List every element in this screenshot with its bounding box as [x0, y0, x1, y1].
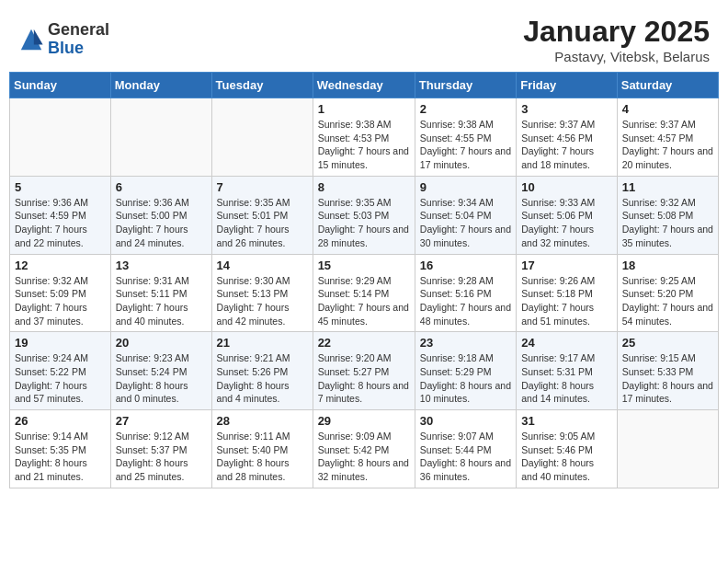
day-number: 21 — [217, 336, 308, 350]
day-info: Sunrise: 9:31 AM Sunset: 5:11 PM Dayligh… — [116, 274, 207, 328]
day-number: 10 — [521, 180, 612, 194]
day-number: 13 — [116, 259, 207, 272]
calendar-cell: 31Sunrise: 9:05 AM Sunset: 5:46 PM Dayli… — [517, 410, 618, 488]
day-number: 2 — [420, 102, 511, 116]
calendar-cell: 27Sunrise: 9:12 AM Sunset: 5:37 PM Dayli… — [110, 410, 211, 488]
day-info: Sunrise: 9:15 AM Sunset: 5:33 PM Dayligh… — [622, 351, 713, 406]
weekday-thursday: Thursday — [415, 73, 516, 98]
day-number: 14 — [217, 259, 308, 272]
day-number: 25 — [622, 336, 713, 350]
day-info: Sunrise: 9:14 AM Sunset: 5:35 PM Dayligh… — [15, 430, 106, 484]
day-info: Sunrise: 9:25 AM Sunset: 5:20 PM Dayligh… — [622, 274, 713, 328]
calendar-cell: 26Sunrise: 9:14 AM Sunset: 5:35 PM Dayli… — [10, 410, 111, 488]
day-number: 8 — [318, 180, 410, 194]
day-info: Sunrise: 9:35 AM Sunset: 5:01 PM Dayligh… — [217, 196, 308, 250]
calendar-body: 1Sunrise: 9:38 AM Sunset: 4:53 PM Daylig… — [10, 98, 719, 488]
day-info: Sunrise: 9:35 AM Sunset: 5:03 PM Dayligh… — [318, 196, 410, 250]
calendar-cell: 6Sunrise: 9:36 AM Sunset: 5:00 PM Daylig… — [110, 176, 211, 254]
day-info: Sunrise: 9:24 AM Sunset: 5:22 PM Dayligh… — [15, 351, 106, 406]
weekday-friday: Friday — [517, 73, 618, 98]
day-info: Sunrise: 9:26 AM Sunset: 5:18 PM Dayligh… — [521, 274, 612, 328]
day-number: 4 — [622, 102, 713, 116]
day-number: 26 — [15, 414, 106, 428]
calendar-cell: 21Sunrise: 9:21 AM Sunset: 5:26 PM Dayli… — [211, 332, 313, 410]
week-row-1: 1Sunrise: 9:38 AM Sunset: 4:53 PM Daylig… — [10, 98, 719, 177]
calendar-cell: 20Sunrise: 9:23 AM Sunset: 5:24 PM Dayli… — [110, 332, 211, 410]
day-info: Sunrise: 9:11 AM Sunset: 5:40 PM Dayligh… — [217, 430, 308, 484]
calendar-cell: 11Sunrise: 9:32 AM Sunset: 5:08 PM Dayli… — [617, 176, 718, 254]
day-number: 20 — [116, 336, 207, 350]
day-number: 18 — [622, 259, 713, 272]
day-info: Sunrise: 9:37 AM Sunset: 4:56 PM Dayligh… — [521, 118, 612, 172]
day-info: Sunrise: 9:38 AM Sunset: 4:53 PM Dayligh… — [318, 118, 410, 172]
weekday-header-row: SundayMondayTuesdayWednesdayThursdayFrid… — [10, 73, 719, 98]
day-info: Sunrise: 9:21 AM Sunset: 5:26 PM Dayligh… — [217, 351, 308, 406]
calendar-cell: 7Sunrise: 9:35 AM Sunset: 5:01 PM Daylig… — [211, 176, 313, 254]
day-number: 12 — [15, 259, 106, 272]
calendar-header: SundayMondayTuesdayWednesdayThursdayFrid… — [10, 73, 719, 98]
day-info: Sunrise: 9:23 AM Sunset: 5:24 PM Dayligh… — [116, 351, 207, 406]
day-info: Sunrise: 9:37 AM Sunset: 4:57 PM Dayligh… — [622, 118, 713, 172]
day-number: 31 — [521, 414, 612, 428]
calendar-wrapper: SundayMondayTuesdayWednesdayThursdayFrid… — [0, 72, 728, 498]
day-number: 17 — [521, 259, 612, 272]
calendar-cell: 16Sunrise: 9:28 AM Sunset: 5:16 PM Dayli… — [415, 254, 516, 332]
day-info: Sunrise: 9:30 AM Sunset: 5:13 PM Dayligh… — [217, 274, 308, 328]
day-info: Sunrise: 9:29 AM Sunset: 5:14 PM Dayligh… — [318, 274, 410, 328]
calendar-cell: 3Sunrise: 9:37 AM Sunset: 4:56 PM Daylig… — [517, 98, 618, 177]
svg-marker-1 — [34, 29, 43, 45]
day-info: Sunrise: 9:32 AM Sunset: 5:09 PM Dayligh… — [15, 274, 106, 328]
logo-general-text: General — [48, 21, 109, 40]
calendar-cell: 15Sunrise: 9:29 AM Sunset: 5:14 PM Dayli… — [313, 254, 415, 332]
day-info: Sunrise: 9:07 AM Sunset: 5:44 PM Dayligh… — [420, 430, 511, 484]
day-info: Sunrise: 9:09 AM Sunset: 5:42 PM Dayligh… — [318, 430, 410, 484]
day-info: Sunrise: 9:33 AM Sunset: 5:06 PM Dayligh… — [521, 196, 612, 250]
day-number: 16 — [420, 259, 511, 272]
calendar-cell: 2Sunrise: 9:38 AM Sunset: 4:55 PM Daylig… — [415, 98, 516, 177]
calendar-cell: 24Sunrise: 9:17 AM Sunset: 5:31 PM Dayli… — [517, 332, 618, 410]
day-info: Sunrise: 9:12 AM Sunset: 5:37 PM Dayligh… — [116, 430, 207, 484]
day-info: Sunrise: 9:20 AM Sunset: 5:27 PM Dayligh… — [318, 351, 410, 406]
calendar-cell: 9Sunrise: 9:34 AM Sunset: 5:04 PM Daylig… — [415, 176, 516, 254]
calendar-cell: 25Sunrise: 9:15 AM Sunset: 5:33 PM Dayli… — [617, 332, 718, 410]
logo-icon — [18, 27, 44, 52]
calendar-cell: 18Sunrise: 9:25 AM Sunset: 5:20 PM Dayli… — [617, 254, 718, 332]
day-number: 1 — [318, 102, 410, 116]
calendar-cell: 1Sunrise: 9:38 AM Sunset: 4:53 PM Daylig… — [313, 98, 415, 177]
day-info: Sunrise: 9:28 AM Sunset: 5:16 PM Dayligh… — [420, 274, 511, 328]
calendar-cell: 17Sunrise: 9:26 AM Sunset: 5:18 PM Dayli… — [517, 254, 618, 332]
week-row-5: 26Sunrise: 9:14 AM Sunset: 5:35 PM Dayli… — [10, 410, 719, 488]
day-number: 15 — [318, 259, 410, 272]
calendar-cell: 19Sunrise: 9:24 AM Sunset: 5:22 PM Dayli… — [10, 332, 111, 410]
day-info: Sunrise: 9:36 AM Sunset: 4:59 PM Dayligh… — [15, 196, 106, 250]
day-number: 24 — [521, 336, 612, 350]
day-info: Sunrise: 9:18 AM Sunset: 5:29 PM Dayligh… — [420, 351, 511, 406]
day-number: 19 — [15, 336, 106, 350]
weekday-monday: Monday — [110, 73, 211, 98]
calendar-table: SundayMondayTuesdayWednesdayThursdayFrid… — [9, 72, 719, 488]
calendar-cell: 4Sunrise: 9:37 AM Sunset: 4:57 PM Daylig… — [617, 98, 718, 177]
calendar-cell: 29Sunrise: 9:09 AM Sunset: 5:42 PM Dayli… — [313, 410, 415, 488]
calendar-cell — [10, 98, 111, 177]
calendar-cell: 14Sunrise: 9:30 AM Sunset: 5:13 PM Dayli… — [211, 254, 313, 332]
weekday-saturday: Saturday — [617, 73, 718, 98]
week-row-4: 19Sunrise: 9:24 AM Sunset: 5:22 PM Dayli… — [10, 332, 719, 410]
calendar-cell: 8Sunrise: 9:35 AM Sunset: 5:03 PM Daylig… — [313, 176, 415, 254]
calendar-cell — [617, 410, 718, 488]
calendar-cell: 30Sunrise: 9:07 AM Sunset: 5:44 PM Dayli… — [415, 410, 516, 488]
week-row-2: 5Sunrise: 9:36 AM Sunset: 4:59 PM Daylig… — [10, 176, 719, 254]
day-number: 27 — [116, 414, 207, 428]
day-info: Sunrise: 9:34 AM Sunset: 5:04 PM Dayligh… — [420, 196, 511, 250]
day-number: 7 — [217, 180, 308, 194]
day-number: 29 — [318, 414, 410, 428]
day-number: 28 — [217, 414, 308, 428]
day-info: Sunrise: 9:36 AM Sunset: 5:00 PM Dayligh… — [116, 196, 207, 250]
day-number: 6 — [116, 180, 207, 194]
month-title: January 2025 — [523, 15, 710, 49]
day-info: Sunrise: 9:32 AM Sunset: 5:08 PM Dayligh… — [622, 196, 713, 250]
calendar-cell: 28Sunrise: 9:11 AM Sunset: 5:40 PM Dayli… — [211, 410, 313, 488]
day-number: 9 — [420, 180, 511, 194]
weekday-wednesday: Wednesday — [313, 73, 415, 98]
day-number: 30 — [420, 414, 511, 428]
day-info: Sunrise: 9:05 AM Sunset: 5:46 PM Dayligh… — [521, 430, 612, 484]
